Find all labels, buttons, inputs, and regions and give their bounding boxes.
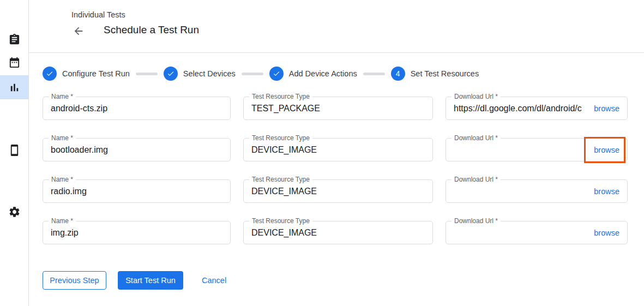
step-add-device-actions[interactable]: Add Device Actions xyxy=(269,67,357,81)
name-field-value: img.zip xyxy=(51,228,222,238)
back-button[interactable] xyxy=(71,24,86,38)
sidebar xyxy=(0,0,29,306)
download-url-field-label: Download Url * xyxy=(452,176,501,183)
resource-type-field-value: DEVICE_IMAGE xyxy=(251,228,425,238)
browse-link[interactable]: browse xyxy=(594,229,619,237)
page-title: Schedule a Test Run xyxy=(104,24,199,36)
name-field-value: android-cts.zip xyxy=(51,104,222,113)
resource-type-field-value: DEVICE_IMAGE xyxy=(251,187,425,196)
name-field-label: Name * xyxy=(49,134,76,142)
resource-type-field-label: Test Resource Type xyxy=(249,134,312,142)
calendar-icon xyxy=(8,56,21,69)
download-url-field-label: Download Url * xyxy=(452,217,501,225)
download-url-field[interactable]: Download Url * browse xyxy=(446,179,628,203)
step-connector xyxy=(136,73,158,75)
form-actions: Previous Step Start Test Run Cancel xyxy=(43,271,226,290)
name-field[interactable]: Name * radio.img xyxy=(43,179,231,203)
name-field-value: bootloader.img xyxy=(51,145,222,155)
resource-type-field[interactable]: Test Resource Type DEVICE_IMAGE xyxy=(243,138,433,161)
step-connector xyxy=(242,73,263,75)
resource-type-field-value: DEVICE_IMAGE xyxy=(251,145,425,155)
step-label: Select Devices xyxy=(183,69,236,78)
smartphone-icon xyxy=(8,144,21,157)
browse-link[interactable]: browse xyxy=(594,104,619,113)
app-window: Individual Tests Schedule a Test Run Con… xyxy=(0,0,644,306)
step-configure-test-run[interactable]: Configure Test Run xyxy=(43,67,130,81)
download-url-field[interactable]: Download Url * https://dl.google.com/dl/… xyxy=(446,97,628,120)
check-icon xyxy=(167,70,174,77)
resource-type-field-label: Test Resource Type xyxy=(249,93,312,100)
download-url-field-value: https://dl.google.com/dl/android/c xyxy=(454,104,589,113)
step-complete-circle xyxy=(43,67,57,81)
download-url-field[interactable]: Download Url * browse xyxy=(446,138,628,161)
name-field[interactable]: Name * img.zip xyxy=(43,221,231,244)
step-label: Configure Test Run xyxy=(62,69,130,78)
page-header: Individual Tests Schedule a Test Run xyxy=(29,0,644,53)
gear-icon xyxy=(8,206,21,218)
browse-link[interactable]: browse xyxy=(594,146,619,154)
resource-type-field-value: TEST_PACKAGE xyxy=(251,104,425,113)
bar-chart-icon xyxy=(8,81,21,94)
download-url-field-label: Download Url * xyxy=(452,93,501,100)
browse-link[interactable]: browse xyxy=(594,187,619,196)
stepper: Configure Test Run Select Devices Add De… xyxy=(43,67,479,81)
step-label: Set Test Resources xyxy=(411,69,479,78)
resource-type-field-label: Test Resource Type xyxy=(249,217,312,225)
test-resources-form: Name * android-cts.zip Test Resource Typ… xyxy=(43,97,628,244)
step-complete-circle xyxy=(269,67,284,81)
sidebar-item-test-runs[interactable] xyxy=(0,75,28,99)
name-field[interactable]: Name * android-cts.zip xyxy=(43,97,231,120)
step-complete-circle xyxy=(164,67,178,81)
breadcrumb: Individual Tests xyxy=(71,10,125,19)
name-field-label: Name * xyxy=(49,93,76,100)
sidebar-item-test-plans[interactable] xyxy=(0,51,28,73)
previous-step-button[interactable]: Previous Step xyxy=(43,271,106,290)
step-current-circle: 4 xyxy=(391,67,405,81)
step-connector xyxy=(363,73,385,75)
arrow-back-icon xyxy=(73,25,85,37)
name-field-label: Name * xyxy=(49,176,76,183)
sidebar-item-settings[interactable] xyxy=(0,201,28,223)
name-field-label: Name * xyxy=(49,217,76,225)
check-icon xyxy=(273,70,280,77)
check-icon xyxy=(46,70,53,77)
step-select-devices[interactable]: Select Devices xyxy=(164,67,236,81)
step-number: 4 xyxy=(396,69,400,78)
resource-type-field[interactable]: Test Resource Type DEVICE_IMAGE xyxy=(243,179,433,203)
sidebar-item-tests[interactable] xyxy=(0,28,28,50)
start-test-run-button[interactable]: Start Test Run xyxy=(118,271,183,290)
resource-type-field[interactable]: Test Resource Type TEST_PACKAGE xyxy=(243,97,433,120)
sidebar-item-devices[interactable] xyxy=(0,139,28,161)
download-url-field[interactable]: Download Url * browse xyxy=(446,221,628,244)
resource-type-field[interactable]: Test Resource Type DEVICE_IMAGE xyxy=(243,221,433,244)
step-label: Add Device Actions xyxy=(289,69,357,78)
resource-type-field-label: Test Resource Type xyxy=(249,176,312,183)
download-url-field-label: Download Url * xyxy=(452,134,501,142)
name-field[interactable]: Name * bootloader.img xyxy=(43,138,231,161)
clipboard-icon xyxy=(8,33,21,46)
name-field-value: radio.img xyxy=(51,187,222,196)
step-set-test-resources[interactable]: 4 Set Test Resources xyxy=(391,67,479,81)
cancel-button[interactable]: Cancel xyxy=(202,271,226,290)
